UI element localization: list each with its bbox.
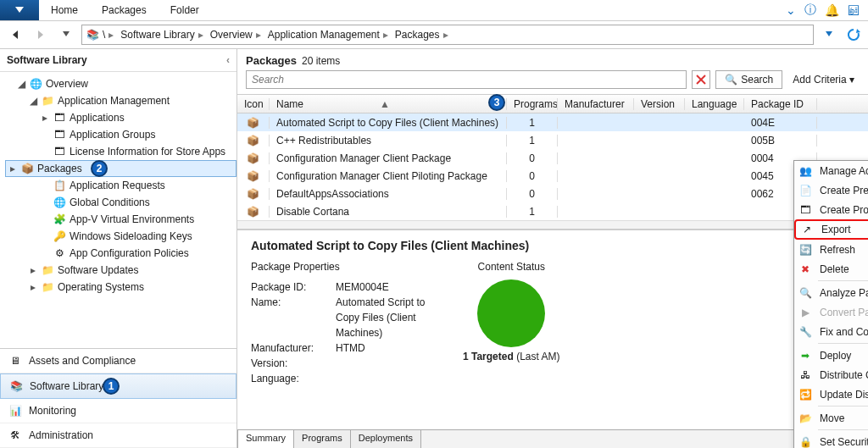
crumb-1[interactable]: Software Library	[120, 29, 194, 41]
crumb-3[interactable]: Application Management	[268, 29, 380, 41]
grid-row[interactable]: 📦 DefaultAppsAssociations 0 0062	[237, 185, 868, 202]
add-criteria-dropdown[interactable]: Add Criteria ▾	[787, 74, 860, 86]
search-button[interactable]: 🔍Search	[715, 70, 782, 89]
grid-h-scrollbar[interactable]	[237, 220, 868, 229]
search-input[interactable]	[246, 70, 687, 89]
tree-appv[interactable]: 🧩App-V Virtual Environments	[5, 211, 236, 228]
svg-marker-4	[826, 31, 832, 36]
ctx-convert[interactable]: ▶Convert Package	[794, 302, 868, 322]
tree-license-info[interactable]: 🗔License Information for Store Apps	[5, 143, 236, 160]
tree-overview[interactable]: ◢🌐Overview	[5, 75, 236, 92]
crumb-2[interactable]: Overview	[210, 29, 253, 41]
badge-1: 1	[103, 378, 120, 395]
breadcrumb-root-icon: 📚	[86, 28, 99, 41]
nav-panes: 🖥Assets and Compliance 📚Software Library…	[0, 348, 236, 448]
tree-sideload[interactable]: 🔑Windows Sideloading Keys	[5, 228, 236, 245]
prop-value: Automated Script to Copy Files (Client M…	[336, 295, 437, 340]
pane-admin[interactable]: 🛠Administration	[0, 423, 236, 448]
ctx-export[interactable]: ↗Export 4	[794, 219, 868, 240]
tab-deployments[interactable]: Deployments	[351, 429, 421, 448]
detail-section-status: Content Status	[463, 261, 560, 273]
col-packageid[interactable]: Package ID	[744, 98, 817, 110]
svg-marker-0	[15, 7, 24, 13]
tree-app-requests[interactable]: 📋Application Requests	[5, 177, 236, 194]
tab-summary[interactable]: Summary	[237, 429, 294, 448]
ribbon-file-menu[interactable]	[0, 0, 39, 20]
col-version[interactable]: Version	[634, 98, 685, 110]
tree-global-cond[interactable]: 🌐Global Conditions	[5, 194, 236, 211]
grid-row[interactable]: 📦 Automated Script to Copy Files (Client…	[237, 113, 868, 131]
col-manufacturer[interactable]: Manufacturer	[558, 98, 634, 110]
crumb-4[interactable]: Packages	[395, 29, 440, 41]
prop-label: Version:	[251, 356, 336, 371]
ribbon-tab-packages[interactable]: Packages	[90, 0, 159, 20]
tree-os[interactable]: ▸📁Operating Systems	[5, 279, 236, 296]
grid-row[interactable]: 📦 Disable Cortana 1	[237, 202, 868, 220]
ribbon-tab-home[interactable]: Home	[39, 0, 90, 20]
package-icon: 📦	[247, 135, 259, 147]
export-icon: ↗	[799, 222, 815, 237]
pane-assets[interactable]: 🖥Assets and Compliance	[0, 349, 236, 373]
breadcrumb[interactable]: 📚 \▸ Software Library▸ Overview▸ Applica…	[81, 25, 814, 45]
ctx-delete[interactable]: ✖DeleteDelete	[794, 259, 868, 279]
ribbon-tab-folder[interactable]: Folder	[159, 0, 211, 20]
ctx-update-dp[interactable]: 🔁Update Distribution Points	[794, 384, 868, 404]
ctx-analyze[interactable]: 🔍Analyze Package	[794, 283, 868, 302]
grid-row[interactable]: 📦 C++ Redistributables 1 005B	[237, 131, 868, 149]
tree-appconfig[interactable]: ⚙App Configuration Policies	[5, 245, 236, 262]
back-button[interactable]	[5, 25, 25, 45]
ctx-fix-convert[interactable]: 🔧Fix and Convert	[794, 322, 868, 341]
badge-3: 3	[488, 94, 505, 111]
feedback-icon[interactable]: 🗟	[848, 3, 860, 17]
ctx-move[interactable]: 📂Move	[794, 408, 868, 428]
col-programs[interactable]: Programs	[507, 98, 558, 110]
history-dropdown[interactable]	[56, 25, 76, 45]
tree-app-groups[interactable]: 🗔Application Groups	[5, 126, 236, 143]
grid-row[interactable]: 📦 Configuration Manager Client Piloting …	[237, 167, 868, 185]
context-menu: 👥Manage Access Accounts 📄Create Prestage…	[793, 160, 868, 448]
ctx-create-program[interactable]: 🗔Create Program	[794, 200, 868, 219]
refresh-button[interactable]	[844, 25, 863, 44]
tree-app-mgmt[interactable]: ◢📁Application Management	[5, 92, 236, 109]
ctx-security-scopes[interactable]: 🔒Set Security Scopes	[794, 432, 868, 448]
tab-programs[interactable]: Programs	[294, 429, 351, 448]
package-icon: 📦	[247, 188, 259, 200]
search-clear-button[interactable]	[692, 70, 710, 89]
search-icon: 🔍	[725, 74, 737, 86]
help-icon[interactable]: ⓘ	[804, 3, 816, 18]
packages-grid: Icon Name▲ Programs Manufacturer Version…	[237, 94, 868, 230]
tree-applications[interactable]: ▸🗔Applications	[5, 109, 236, 126]
sidebar: Software Library ‹ ◢🌐Overview ◢📁Applicat…	[0, 49, 237, 448]
ctx-distribute[interactable]: 🖧Distribute Content	[794, 365, 868, 384]
ctx-manage-access[interactable]: 👥Manage Access Accounts	[794, 161, 868, 180]
pane-software-library[interactable]: 📚Software Library 1	[0, 373, 236, 399]
ctx-deploy[interactable]: ➡Deploy	[794, 346, 868, 365]
ribbon-expand-icon[interactable]: ⌄	[786, 3, 796, 17]
prop-value	[336, 356, 437, 371]
tree-sw-updates[interactable]: ▸📁Software Updates	[5, 262, 236, 279]
forward-button[interactable]	[31, 25, 51, 45]
grid-row[interactable]: 📦 Configuration Manager Client Package 0…	[237, 149, 868, 167]
svg-marker-3	[63, 31, 70, 36]
notification-icon[interactable]: 🔔	[825, 3, 839, 17]
sidebar-title: Software Library ‹	[0, 49, 236, 72]
package-icon: 📦	[247, 117, 259, 129]
content-title: Packages	[246, 54, 297, 67]
prop-value: MEM0004E	[336, 279, 437, 295]
col-icon[interactable]: Icon	[237, 98, 270, 110]
tree-packages[interactable]: ▸📦Packages 2	[5, 160, 236, 177]
pane-monitoring[interactable]: 📊Monitoring	[0, 399, 236, 423]
col-language[interactable]: Language	[685, 98, 744, 110]
sidebar-collapse-icon[interactable]: ‹	[226, 54, 230, 66]
package-icon: 📦	[247, 170, 259, 182]
ribbon: Home Packages Folder ⌄ ⓘ 🔔 🗟	[0, 0, 868, 21]
ctx-prestaged[interactable]: 📄Create Prestaged Content File	[794, 180, 868, 200]
ctx-refresh[interactable]: 🔄RefreshF5	[794, 240, 868, 259]
prop-label: Language:	[251, 371, 336, 386]
content-pane: Packages 20 items 🔍Search Add Criteria ▾…	[237, 49, 868, 448]
col-name[interactable]: Name▲	[270, 98, 507, 110]
package-icon: 📦	[247, 206, 259, 218]
lock-icon: 🔒	[798, 434, 813, 449]
breadcrumb-dropdown[interactable]	[819, 25, 839, 45]
analyze-icon: 🔍	[798, 285, 813, 301]
